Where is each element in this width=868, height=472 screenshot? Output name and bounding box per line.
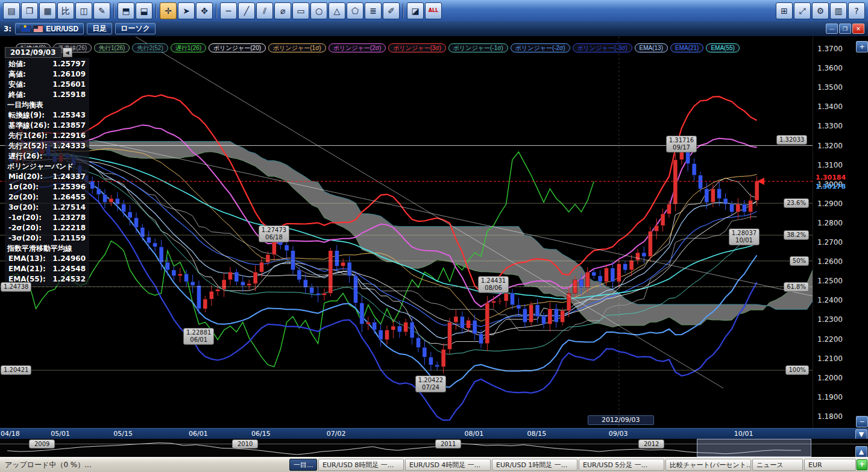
legend-item-EMA(55)[interactable]: EMA(55) <box>706 43 739 52</box>
navigator-scroll-button[interactable]: ▲ <box>855 446 867 457</box>
date-tick-label: 05/15 <box>113 430 133 438</box>
upload-status-text: アップロード中（0 %）... <box>0 460 96 470</box>
tooltip-row: Mid(20):1.24337 <box>5 172 89 182</box>
date-tick-label: 04/18 <box>1 430 20 438</box>
year-badge-2011: 2011 <box>435 439 461 448</box>
chart-tab-5[interactable]: EUR/USD 5分足 一... <box>579 459 664 471</box>
chart-tab-8[interactable]: EUR <box>804 459 856 471</box>
chart-type-button[interactable]: ローソク <box>115 23 156 34</box>
settings-gear-icon[interactable]: ⚙ <box>812 2 829 19</box>
legend-item-先行2(52)[interactable]: 先行2(52) <box>132 43 168 52</box>
legend-item-ボリンジャー(20)[interactable]: ボリンジャー(20) <box>209 43 266 52</box>
us-flag-icon <box>33 25 43 33</box>
tooltip-row: 転換線(9):1.25343 <box>5 110 89 121</box>
date-scroll-button[interactable]: ▼ <box>855 429 867 439</box>
price-tick-label: 1.3100 <box>817 161 843 169</box>
crosshair-tool-icon[interactable]: ✛ <box>160 2 177 19</box>
compare-icon[interactable]: 比 <box>57 2 74 19</box>
chart-board-icon[interactable]: ▦ <box>39 2 56 19</box>
pencil-tool-icon[interactable]: ✐ <box>383 2 400 19</box>
fib-level-label: 23.6% <box>784 198 809 208</box>
eraser-icon[interactable]: ◪ <box>407 2 424 19</box>
price-annotation: 1.2803710/01 <box>729 228 760 245</box>
price-tick-label: 1.2500 <box>817 277 843 285</box>
data-tooltip-panel: 2012/09/03 ◀ 始値:1.25797高値:1.26109安値:1.25… <box>5 47 89 286</box>
tile-windows-icon[interactable]: ⊞ <box>776 2 793 19</box>
chart-tab-1[interactable]: 一目... <box>289 459 317 471</box>
ask-price-label: 1.30184 <box>816 174 846 181</box>
legend-item-ボリンジャー(-2σ)[interactable]: ボリンジャー(-2σ) <box>511 43 570 52</box>
rectangle-tool-icon[interactable]: ▭ <box>292 2 309 19</box>
date-tick-label: 09/03 <box>609 430 628 438</box>
legend-item-ボリンジャー(-1σ)[interactable]: ボリンジャー(-1σ) <box>448 43 508 52</box>
chart-tab-6[interactable]: 比較チャート(パーセント... <box>665 459 751 471</box>
year-badge-2010: 2010 <box>232 439 258 448</box>
help-icon[interactable]: ? <box>848 2 865 19</box>
chart-tab-3[interactable]: EUR/USD 4時間足 一... <box>405 459 491 471</box>
chart-tab-4[interactable]: EUR/USD 1時間足 一... <box>492 459 577 471</box>
date-axis[interactable]: 04/1805/0105/1506/0106/1507/0208/0108/15… <box>0 428 868 439</box>
tooltip-row: -3σ(20):1.21159 <box>5 233 89 244</box>
price-annotation: 1.3171609/17 <box>666 136 697 153</box>
navigator-selection[interactable] <box>697 439 811 457</box>
eraser-all-icon[interactable]: ALL <box>425 2 442 19</box>
zoom-in-button[interactable]: + <box>856 41 868 52</box>
chart-tab-7[interactable]: ニュース <box>752 459 803 471</box>
legend-item-先行1(26)[interactable]: 先行1(26) <box>94 43 130 52</box>
chart-canvas[interactable] <box>0 37 813 428</box>
legend-item-ボリンジャー(-3σ)[interactable]: ボリンジャー(-3σ) <box>573 43 632 52</box>
ellipse-tool-icon[interactable]: ○ <box>310 2 327 19</box>
minimize-button[interactable]: — <box>826 24 838 34</box>
timeframe-button[interactable]: 日足 <box>87 23 112 34</box>
date-tick-label: 06/01 <box>189 430 208 438</box>
close-button[interactable]: ✕ <box>852 24 864 34</box>
cursor-tool-icon[interactable]: ➤ <box>178 2 195 19</box>
save-image-icon[interactable]: ⬓ <box>136 2 153 19</box>
tooltip-body: 始値:1.25797高値:1.26109安値:1.25601終値:1.25918… <box>5 58 89 286</box>
add-chart-button[interactable]: + <box>857 459 867 470</box>
data-window-icon[interactable]: ▤ <box>3 2 20 19</box>
symbol-label: EUR/USD <box>46 25 78 33</box>
drawn-level-label: 1.32033 <box>776 135 807 145</box>
date-tick-label: 08/01 <box>465 430 484 438</box>
polygon-tool-icon[interactable]: ⬠ <box>347 2 363 19</box>
save-chart-icon[interactable]: ⬒ <box>118 2 134 19</box>
trendline-tool-icon[interactable]: ╱ <box>238 2 255 19</box>
tooltip-row: 先行2(52):1.24333 <box>5 141 89 151</box>
print-icon[interactable]: ▥ <box>830 2 847 19</box>
legend-item-ボリンジャー(3σ)[interactable]: ボリンジャー(3σ) <box>388 43 446 52</box>
chart-tab-2[interactable]: EUR/USD 8時間足 一... <box>318 459 404 471</box>
restore-button[interactable]: ❐ <box>839 24 851 34</box>
hline-tool-icon[interactable]: ─ <box>220 2 237 19</box>
legend-item-遅行1(26)[interactable]: 遅行1(26) <box>171 43 206 52</box>
fullscreen-icon[interactable]: ⤢ <box>794 2 811 19</box>
tooltip-row: EMA(21):1.24548 <box>5 264 89 274</box>
legend-item-ボリンジャー(2σ)[interactable]: ボリンジャー(2σ) <box>329 43 386 52</box>
template-icon[interactable]: ◫ <box>75 2 92 19</box>
parallel-lines-tool-icon[interactable]: ⫽ <box>256 2 273 19</box>
price-annotation: 1.2042207/24 <box>415 376 446 392</box>
toolbar-separator <box>156 4 157 18</box>
fibonacci-tool-icon[interactable]: ≣ <box>365 2 382 19</box>
triangle-tool-icon[interactable]: △ <box>329 2 345 19</box>
tooltip-row: 基準線(26):1.23857 <box>5 121 89 131</box>
tooltip-collapse-button[interactable]: ◀ <box>63 48 72 57</box>
fx-chart-application: ▤❐▦比◫✎⬒⬓✛➤✥─╱⫽⌀▭○△⬠≣✐◪ALL⊞⤢⚙▥? 3: EUR/US… <box>0 0 868 472</box>
price-tick-label: 1.3400 <box>817 102 843 111</box>
legend-item-EMA(13)[interactable]: EMA(13) <box>635 43 668 52</box>
edit-chart-icon[interactable]: ✎ <box>93 2 110 19</box>
date-tick-label: 05/01 <box>51 430 70 438</box>
eu-flag-icon <box>20 25 31 33</box>
legend-item-EMA(21)[interactable]: EMA(21) <box>670 43 703 52</box>
symbol-selector-button[interactable]: EUR/USD <box>15 23 84 34</box>
tooltip-row: 2σ(20):1.26455 <box>5 192 89 203</box>
new-chart-icon[interactable]: ❐ <box>21 2 38 19</box>
hand-tool-icon[interactable]: ✥ <box>196 2 213 19</box>
ray-tool-icon[interactable]: ⌀ <box>274 2 291 19</box>
toolbar-separator <box>216 4 217 18</box>
price-axis[interactable]: 1.37001.36001.35001.34001.33001.32001.31… <box>813 37 868 428</box>
legend-item-ボリンジャー(1σ)[interactable]: ボリンジャー(1σ) <box>268 43 326 52</box>
window-number: 3: <box>4 25 11 33</box>
zoom-out-button[interactable]: − <box>856 416 868 427</box>
price-tick-label: 1.1800 <box>817 412 843 421</box>
